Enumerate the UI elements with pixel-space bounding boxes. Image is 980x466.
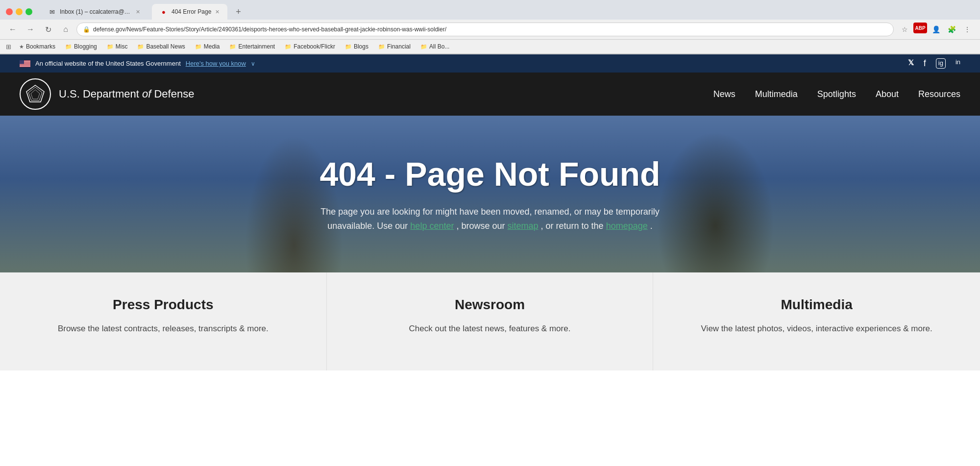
bookmark-entertainment-label: Entertainment: [238, 43, 275, 50]
forward-button[interactable]: →: [24, 23, 37, 36]
card-newsroom-title: Newsroom: [346, 297, 634, 313]
bookmark-blogs[interactable]: 📁 Blogs: [341, 42, 372, 51]
title-bar: ✉ Inbox (1) – ccalcaterra@gmai... ✕ ● 40…: [0, 0, 980, 20]
svg-marker-16: [31, 90, 40, 99]
error-desc-part2: unavailable. Use our: [327, 221, 408, 231]
pentagon-icon: [24, 83, 46, 105]
minimize-window-button[interactable]: [16, 8, 23, 15]
tab-gmail-title: Inbox (1) – ccalcaterra@gmai...: [60, 8, 132, 15]
back-button[interactable]: ←: [6, 23, 20, 36]
bookmark-misc[interactable]: 📁 Misc: [103, 42, 132, 51]
tab-404-title: 404 Error Page: [172, 8, 211, 15]
apps-icon[interactable]: ⊞: [6, 43, 11, 50]
error-desc-part5: .: [650, 221, 653, 231]
folder-icon-1: 📁: [107, 44, 114, 50]
site-name[interactable]: U.S. Department of Defense: [59, 88, 194, 100]
sitemap-link[interactable]: sitemap: [508, 221, 539, 231]
pentagon-logo[interactable]: [20, 78, 51, 110]
bookmark-financial-label: Financial: [387, 43, 411, 50]
nav-spotlights[interactable]: Spotlights: [817, 89, 856, 99]
cards-section: Press Products Browse the latest contrac…: [0, 272, 980, 370]
site-header: U.S. Department of Defense News Multimed…: [0, 73, 980, 116]
svg-rect-11: [20, 66, 30, 66]
social-links: 𝕏 f ig in: [908, 58, 960, 69]
how-to-know-link[interactable]: Here's how you know: [186, 60, 246, 67]
main-navigation: News Multimedia Spotlights About Resourc…: [713, 89, 960, 99]
bookmark-facebook-label: Facebook/Flickr: [294, 43, 335, 50]
dropdown-icon[interactable]: ∨: [251, 60, 255, 67]
bookmark-facebook-flickr[interactable]: 📁 Facebook/Flickr: [281, 42, 339, 51]
government-bar: An official website of the United States…: [0, 54, 980, 73]
nav-actions: ☆ ABP 👤 🧩 ⋮: [898, 23, 974, 36]
error-description: The page you are looking for might have …: [319, 205, 660, 233]
linkedin-icon[interactable]: in: [956, 58, 960, 69]
home-button[interactable]: ⌂: [59, 23, 73, 36]
bookmark-blogging[interactable]: 📁 Blogging: [61, 42, 101, 51]
refresh-button[interactable]: ↻: [41, 23, 55, 36]
folder-icon-3: 📁: [195, 44, 202, 50]
folder-icon-4: 📁: [229, 44, 236, 50]
card-press-products[interactable]: Press Products Browse the latest contrac…: [0, 272, 327, 370]
bookmark-blogging-label: Blogging: [74, 43, 97, 50]
logo-area: U.S. Department of Defense: [20, 78, 194, 110]
profile-button[interactable]: 👤: [929, 23, 943, 36]
card-press-desc: Browse the latest contracts, releases, t…: [20, 322, 307, 335]
card-newsroom-desc: Check out the latest news, features & mo…: [346, 322, 634, 335]
nav-resources[interactable]: Resources: [918, 89, 960, 99]
tab-404[interactable]: ● 404 Error Page ✕: [152, 4, 227, 20]
homepage-link[interactable]: homepage: [606, 221, 648, 231]
help-center-link[interactable]: help center: [410, 221, 454, 231]
close-window-button[interactable]: [6, 8, 13, 15]
facebook-icon[interactable]: f: [924, 58, 926, 69]
folder-icon-6: 📁: [345, 44, 352, 50]
bookmark-bookmarks-label: Bookmarks: [26, 43, 55, 50]
extensions-button[interactable]: 🧩: [945, 23, 958, 36]
nav-news[interactable]: News: [713, 89, 735, 99]
url-bar[interactable]: 🔒 defense.gov/News/Feature-Stories/Story…: [76, 23, 894, 36]
svg-rect-10: [20, 65, 30, 66]
navigation-bar: ← → ↻ ⌂ 🔒 defense.gov/News/Feature-Stori…: [0, 20, 980, 40]
bookmark-star-button[interactable]: ☆: [898, 23, 911, 36]
bookmark-financial[interactable]: 📁 Financial: [374, 42, 415, 51]
error-desc-part4: , or return to the: [541, 221, 604, 231]
bookmark-all-label: All Bo...: [429, 43, 449, 50]
svg-marker-14: [26, 85, 44, 102]
new-tab-button[interactable]: +: [231, 5, 245, 19]
bookmark-all[interactable]: 📁 All Bo...: [416, 42, 453, 51]
bookmark-entertainment[interactable]: 📁 Entertainment: [225, 42, 279, 51]
gov-bar-left: An official website of the United States…: [20, 60, 255, 67]
svg-rect-12: [20, 66, 30, 67]
menu-button[interactable]: ⋮: [960, 23, 974, 36]
abp-button[interactable]: ABP: [913, 23, 927, 33]
folder-icon-8: 📁: [420, 44, 427, 50]
card-newsroom[interactable]: Newsroom Check out the latest news, feat…: [327, 272, 654, 370]
svg-rect-8: [20, 64, 30, 65]
bookmarks-bar: ⊞ ★ Bookmarks 📁 Blogging 📁 Misc 📁 Baseba…: [0, 40, 980, 54]
instagram-icon[interactable]: ig: [936, 58, 946, 69]
nav-multimedia[interactable]: Multimedia: [755, 89, 798, 99]
bookmark-blogs-label: Blogs: [354, 43, 368, 50]
svg-marker-15: [28, 87, 42, 100]
bookmark-media[interactable]: 📁 Media: [191, 42, 224, 51]
maximize-window-button[interactable]: [25, 8, 32, 15]
folder-icon-2: 📁: [137, 44, 144, 50]
card-multimedia[interactable]: Multimedia View the latest photos, video…: [653, 272, 980, 370]
official-website-text: An official website of the United States…: [35, 60, 181, 67]
browser-chrome: ✉ Inbox (1) – ccalcaterra@gmai... ✕ ● 40…: [0, 0, 980, 54]
hero-content: 404 - Page Not Found The page you are lo…: [310, 125, 670, 263]
url-text: defense.gov/News/Feature-Stories/Story/A…: [93, 26, 446, 33]
nav-about[interactable]: About: [876, 89, 899, 99]
tab-gmail-close[interactable]: ✕: [136, 9, 140, 15]
tab-404-close[interactable]: ✕: [215, 9, 220, 15]
bookmark-baseball-news[interactable]: 📁 Baseball News: [133, 42, 189, 51]
gmail-favicon: ✉: [48, 8, 56, 16]
error-desc-part1: The page you are looking for might have …: [320, 207, 659, 217]
bookmark-misc-label: Misc: [116, 43, 128, 50]
twitter-x-icon[interactable]: 𝕏: [908, 58, 914, 69]
folder-icon-0: 📁: [65, 44, 72, 50]
tab-404-favicon: ●: [160, 8, 168, 16]
bookmark-bookmarks[interactable]: ★ Bookmarks: [15, 42, 59, 51]
window-controls: [6, 8, 32, 15]
tab-gmail[interactable]: ✉ Inbox (1) – ccalcaterra@gmai... ✕: [40, 4, 148, 20]
card-multimedia-desc: View the latest photos, videos, interact…: [673, 322, 960, 335]
